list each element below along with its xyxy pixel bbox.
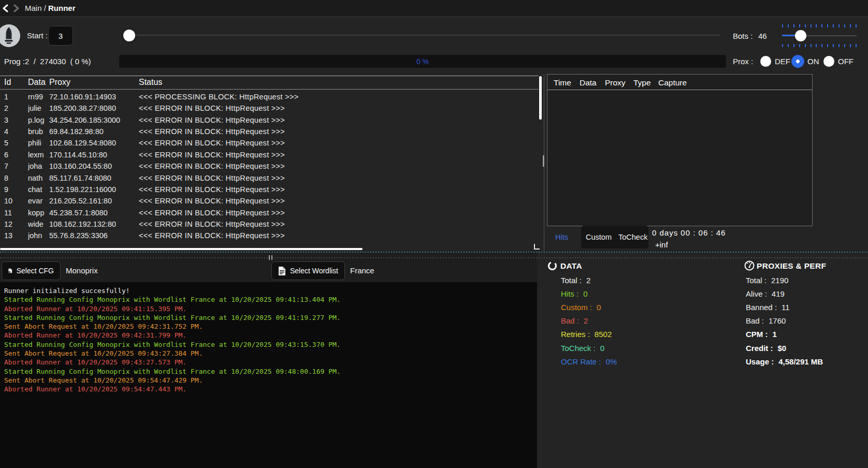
cell-id: 5 bbox=[4, 137, 25, 149]
forward-icon[interactable] bbox=[12, 4, 20, 12]
proxy-radio-def-label[interactable]: DEF bbox=[775, 57, 790, 66]
stat-value: 1760 bbox=[769, 316, 786, 325]
breadcrumb-current: Runner bbox=[48, 4, 76, 12]
table-row[interactable]: 9 chat 1.52.198.221:16000 <<< ERROR IN B… bbox=[0, 184, 539, 195]
cell-data: brub bbox=[28, 126, 46, 137]
select-wordlist-button[interactable]: Select Wordlist bbox=[271, 261, 345, 280]
horizontal-splitter[interactable] bbox=[0, 252, 868, 253]
cell-data: evar bbox=[28, 195, 46, 207]
log-line: Runner initialized succesfully! bbox=[4, 286, 537, 295]
log-console[interactable]: Runner initialized succesfully! Started … bbox=[0, 282, 537, 468]
proxy-radio-off-label[interactable]: OFF bbox=[838, 57, 853, 66]
bots-slider-thumb[interactable] bbox=[795, 30, 806, 41]
stat-value: 419 bbox=[772, 289, 785, 298]
proxy-radio-on-label[interactable]: ON bbox=[807, 57, 819, 66]
cell-status: <<< ERROR IN BLOCK: HttpRequest >>> bbox=[139, 160, 285, 172]
proxy-radio-def[interactable] bbox=[760, 56, 771, 67]
bots-label: Bots : bbox=[733, 32, 753, 40]
table-row[interactable]: 8 nath 85.117.61.74:8080 <<< ERROR IN BL… bbox=[0, 172, 539, 184]
table-row[interactable]: 4 brub 69.84.182.98:80 <<< ERROR IN BLOC… bbox=[0, 126, 539, 137]
log-line: Started Running Config Monoprix with Wor… bbox=[4, 367, 537, 376]
back-icon[interactable] bbox=[2, 4, 9, 12]
table-row[interactable]: 5 phili 102.68.129.54:8080 <<< ERROR IN … bbox=[0, 137, 539, 149]
hits-col-time[interactable]: Time bbox=[554, 78, 571, 87]
selected-config-name: Monoprix bbox=[66, 266, 98, 275]
horizontal-splitter-handle[interactable] bbox=[269, 255, 272, 260]
stat-label: Credit : bbox=[746, 344, 773, 353]
tab-hits[interactable]: Hits bbox=[555, 233, 568, 241]
cell-proxy: 1.52.198.221:16000 bbox=[49, 184, 137, 195]
stat-label: Alive : bbox=[746, 289, 767, 298]
table-row[interactable]: 2 julie 185.200.38.27:8080 <<< ERROR IN … bbox=[0, 103, 539, 114]
stat-value: 0 bbox=[597, 303, 601, 312]
stat-label: CPM : bbox=[746, 330, 768, 339]
proxy-radio-on[interactable] bbox=[792, 55, 804, 67]
cell-data: rn99 bbox=[28, 91, 46, 103]
proxy-radio-off[interactable] bbox=[823, 56, 834, 67]
stat-row: Bad : 2 bbox=[561, 314, 732, 328]
cell-proxy: 72.10.160.91:14903 bbox=[49, 91, 137, 103]
log-line: Aborted Runner at 10/20/2025 09:42:31.79… bbox=[4, 331, 537, 340]
horizontal-splitter-secondary[interactable] bbox=[0, 257, 868, 258]
start-slider-thumb[interactable] bbox=[123, 30, 135, 41]
data-stats: Total : 2 Hits : 0 Custom : 0 Bad : 2 Re… bbox=[561, 273, 732, 368]
table-row[interactable]: 7 joha 103.160.204.55:80 <<< ERROR IN BL… bbox=[0, 160, 539, 172]
select-cfg-label: Select CFG bbox=[17, 267, 54, 275]
cell-id: 7 bbox=[4, 160, 25, 172]
runner-window: Main / Runner Start : 3 Prog :2 / 274030… bbox=[0, 0, 868, 468]
stat-label: Total : bbox=[746, 276, 766, 285]
hits-col-proxy[interactable]: Proxy bbox=[605, 78, 626, 87]
select-cfg-button[interactable]: Select CFG bbox=[2, 261, 61, 280]
cell-data: phili bbox=[28, 137, 46, 149]
vertical-splitter-handle[interactable] bbox=[543, 155, 544, 167]
table-resize-grip[interactable] bbox=[534, 244, 540, 250]
cell-proxy: 34.254.206.185:3000 bbox=[49, 114, 137, 126]
table-row[interactable]: 11 kopp 45.238.57.1:8080 <<< ERROR IN BL… bbox=[0, 207, 539, 218]
cell-data: joha bbox=[28, 160, 46, 172]
col-header-proxy[interactable]: Proxy bbox=[49, 78, 70, 87]
table-vertical-scrollbar[interactable] bbox=[539, 76, 542, 120]
tab-custom[interactable]: Custom bbox=[586, 233, 612, 241]
hits-col-type[interactable]: Type bbox=[633, 78, 651, 87]
col-header-data[interactable]: Data bbox=[28, 78, 46, 87]
stat-value: 0 bbox=[600, 344, 604, 353]
stat-label: Custom : bbox=[561, 303, 592, 312]
stat-row: Banned : 11 bbox=[746, 300, 868, 314]
cell-status: <<< ERROR IN BLOCK: HttpRequest >>> bbox=[139, 195, 285, 207]
log-line: Sent Abort Request at 10/20/2025 09:54:4… bbox=[4, 376, 537, 385]
table-row[interactable]: 12 wide 108.162.192.132:80 <<< ERROR IN … bbox=[0, 218, 539, 230]
bots-value: 46 bbox=[758, 32, 767, 40]
table-row[interactable]: 10 evar 216.205.52.161:80 <<< ERROR IN B… bbox=[0, 195, 539, 207]
start-slider[interactable] bbox=[129, 35, 720, 36]
cell-proxy: 69.84.182.98:80 bbox=[49, 126, 137, 137]
proxies-stats: Total : 2190 Alive : 419 Banned : 11 Bad… bbox=[746, 273, 868, 368]
table-horizontal-scrollbar[interactable] bbox=[0, 248, 363, 250]
table-row[interactable]: 3 p.log 34.254.206.185:3000 <<< ERROR IN… bbox=[0, 114, 539, 126]
col-header-status[interactable]: Status bbox=[139, 78, 162, 87]
cell-data: nath bbox=[28, 172, 46, 184]
table-row[interactable]: 1 rn99 72.10.160.91:14903 <<< PROCESSING… bbox=[0, 91, 539, 103]
cell-status: <<< ERROR IN BLOCK: HttpRequest >>> bbox=[139, 114, 285, 126]
results-table: 1 rn99 72.10.160.91:14903 <<< PROCESSING… bbox=[0, 91, 539, 247]
stat-value: 4,58/291 MB bbox=[778, 357, 823, 366]
stat-value: 2 bbox=[586, 276, 590, 285]
cell-proxy: 216.205.52.161:80 bbox=[49, 195, 137, 207]
proxy-mode-label: Prox : bbox=[733, 57, 753, 66]
log-line: Started Running Config Monoprix with Wor… bbox=[4, 313, 537, 322]
stat-row: Retries : 8502 bbox=[561, 328, 732, 341]
tab-tocheck[interactable]: ToCheck bbox=[618, 233, 647, 241]
slider-ticks-top bbox=[782, 24, 857, 27]
hits-col-data[interactable]: Data bbox=[580, 78, 597, 87]
cell-data: kopp bbox=[28, 207, 46, 218]
breadcrumb-parent[interactable]: Main / bbox=[25, 4, 48, 12]
hits-col-capture[interactable]: Capture bbox=[658, 78, 687, 87]
table-row[interactable]: 6 lexm 170.114.45.10:80 <<< ERROR IN BLO… bbox=[0, 149, 539, 160]
stat-value: 0% bbox=[606, 357, 617, 366]
stat-row: Custom : 0 bbox=[561, 300, 732, 314]
remaining-timer: +inf bbox=[655, 240, 668, 249]
selected-wordlist-name: France bbox=[350, 266, 374, 275]
bots-slider[interactable] bbox=[782, 24, 857, 47]
start-input[interactable]: 3 bbox=[48, 26, 73, 46]
table-row[interactable]: 13 john 55.76.8.235:3306 <<< ERROR IN BL… bbox=[0, 230, 539, 241]
col-header-id[interactable]: Id bbox=[4, 78, 11, 87]
